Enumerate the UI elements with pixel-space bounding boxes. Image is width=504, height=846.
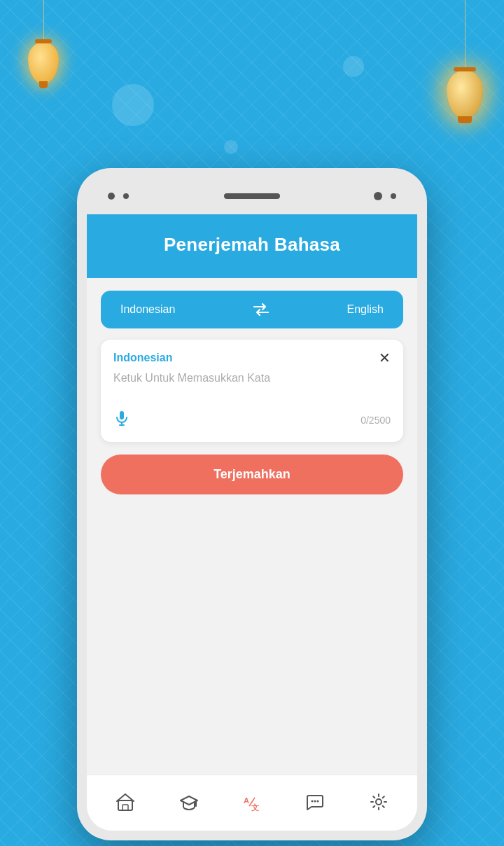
input-language-label: Indonesian	[113, 352, 172, 364]
swap-icon[interactable]	[251, 303, 271, 317]
target-language-button[interactable]: English	[342, 300, 389, 319]
language-selector: Indonesian English	[101, 291, 403, 328]
svg-point-10	[317, 800, 319, 802]
svg-rect-3	[118, 800, 132, 810]
nav-item-translate[interactable]: A 文	[234, 786, 270, 820]
bottom-navigation: A 文	[87, 775, 417, 831]
dot-right	[391, 193, 396, 199]
phone-frame: Penerjemah Bahasa Indonesian English	[77, 168, 427, 840]
dot-left	[108, 193, 115, 200]
camera	[374, 192, 382, 200]
nav-item-home[interactable]	[107, 786, 144, 820]
svg-rect-4	[122, 805, 128, 810]
translate-button[interactable]: Terjemahkan	[101, 455, 403, 494]
svg-text:文: 文	[251, 803, 259, 812]
svg-text:A: A	[244, 796, 249, 805]
nav-item-learn[interactable]	[171, 786, 207, 820]
learn-icon	[179, 792, 199, 814]
app-header: Penerjemah Bahasa	[87, 214, 417, 278]
app-title: Penerjemah Bahasa	[104, 234, 400, 256]
lantern-left	[28, 0, 59, 84]
deco-circle-3	[343, 56, 364, 77]
dot-left2	[123, 193, 129, 199]
translate-nav-icon: A 文	[242, 792, 262, 814]
nav-item-chat[interactable]	[297, 786, 333, 820]
app-content: Penerjemah Bahasa Indonesian English	[87, 214, 417, 831]
clear-input-button[interactable]: ✕	[379, 351, 391, 365]
speaker	[224, 193, 280, 199]
chat-icon	[305, 792, 325, 814]
deco-circle-2	[224, 140, 238, 154]
svg-point-11	[376, 799, 382, 805]
deco-circle-1	[112, 84, 154, 126]
settings-icon	[369, 792, 388, 814]
lantern-right	[447, 0, 483, 119]
svg-point-9	[314, 800, 316, 802]
svg-rect-0	[120, 411, 124, 419]
main-content-area	[87, 494, 417, 775]
input-placeholder-text[interactable]: Ketuk Untuk Memasukkan Kata	[113, 372, 391, 397]
microphone-button[interactable]	[113, 410, 130, 431]
char-count: 0/2500	[360, 415, 391, 426]
source-language-button[interactable]: Indonesian	[115, 300, 181, 319]
notch-bar	[87, 178, 417, 214]
nav-item-settings[interactable]	[360, 786, 397, 820]
home-icon	[115, 792, 135, 814]
input-card: Indonesian ✕ Ketuk Untuk Memasukkan Kata	[101, 340, 403, 442]
input-card-header: Indonesian ✕	[113, 351, 391, 365]
input-footer: 0/2500	[113, 410, 391, 431]
svg-point-8	[312, 800, 314, 802]
